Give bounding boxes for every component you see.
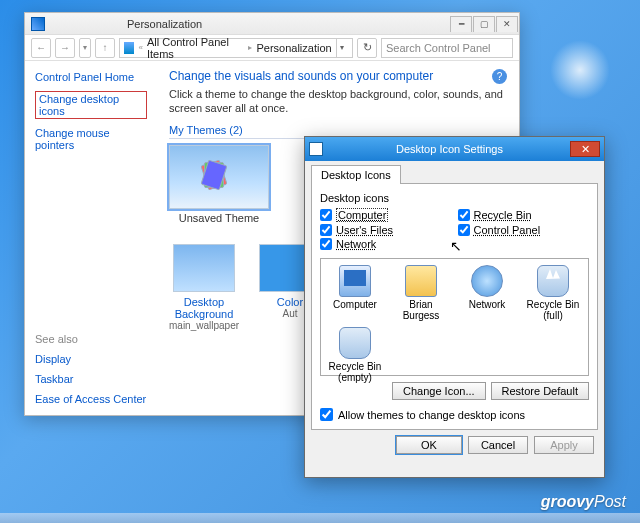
tile-desktop-background[interactable]: Desktop Background main_wallpaper [169, 244, 239, 331]
titlebar[interactable]: Personalization [25, 13, 519, 35]
user-folder-icon [405, 265, 437, 297]
sidebar-change-mouse-pointers[interactable]: Change mouse pointers [35, 127, 147, 151]
icon-item-computer[interactable]: Computer [327, 265, 383, 321]
checkbox-network[interactable]: Network [320, 238, 452, 250]
tile-label: Desktop Background [169, 296, 239, 320]
sidebar-change-desktop-icons[interactable]: Change desktop icons [35, 91, 147, 119]
sidebar-taskbar[interactable]: Taskbar [35, 373, 147, 385]
up-button[interactable]: ↑ [95, 38, 115, 58]
dialog-titlebar[interactable]: Desktop Icon Settings ✕ [305, 137, 604, 161]
forward-button[interactable]: → [55, 38, 75, 58]
tab-page: Desktop icons Computer Recycle Bin User'… [311, 183, 598, 430]
control-panel-icon [124, 42, 134, 54]
address-dropdown[interactable]: ▾ [336, 38, 348, 58]
window-title: Personalization [127, 18, 202, 30]
icon-preview-box: Computer Brian Burgess Network Recycle B… [320, 258, 589, 376]
restore-default-button[interactable]: Restore Default [491, 382, 589, 400]
cancel-button[interactable]: Cancel [468, 436, 528, 454]
checkbox-recycle-bin[interactable]: Recycle Bin [458, 208, 590, 222]
maximize-button[interactable] [473, 16, 495, 32]
page-subheading: Click a theme to change the desktop back… [169, 87, 507, 116]
checkbox-control-panel[interactable]: Control Panel [458, 224, 590, 236]
network-icon [471, 265, 503, 297]
search-input[interactable]: Search Control Panel [381, 38, 513, 58]
dialog-title: Desktop Icon Settings [329, 143, 570, 155]
dialog-close-button[interactable]: ✕ [570, 141, 600, 157]
sidebar: Control Panel Home Change desktop icons … [25, 61, 157, 415]
close-button[interactable] [496, 16, 518, 32]
theme-label: Unsaved Theme [169, 212, 269, 224]
icon-item-network[interactable]: Network [459, 265, 515, 321]
page-heading: Change the visuals and sounds on your co… [169, 69, 507, 83]
dialog-icon [309, 142, 323, 156]
sidebar-ease-of-access[interactable]: Ease of Access Center [35, 393, 147, 405]
ok-button[interactable]: OK [396, 436, 462, 454]
icon-item-recycle-bin-full[interactable]: Recycle Bin (full) [525, 265, 581, 321]
breadcrumb-sep-icon: « [138, 43, 142, 52]
recycle-bin-full-icon [537, 265, 569, 297]
sidebar-home[interactable]: Control Panel Home [35, 71, 147, 83]
breadcrumb-root[interactable]: All Control Panel Items [147, 36, 245, 60]
toolbar: ← → ▾ ↑ « All Control Panel Items ▸ Pers… [25, 35, 519, 61]
watermark: groovygroovyPostPost [541, 493, 626, 511]
back-button[interactable]: ← [31, 38, 51, 58]
computer-icon [339, 265, 371, 297]
checkbox-computer[interactable]: Computer [320, 208, 452, 222]
apply-button[interactable]: Apply [534, 436, 594, 454]
refresh-button[interactable]: ↻ [357, 38, 377, 58]
change-icon-button[interactable]: Change Icon... [392, 382, 486, 400]
address-bar[interactable]: « All Control Panel Items ▸ Personalizat… [119, 38, 353, 58]
window-icon [31, 17, 45, 31]
taskbar[interactable] [0, 513, 640, 523]
desktop-icon-settings-dialog: Desktop Icon Settings ✕ Desktop Icons De… [304, 136, 605, 478]
breadcrumb-leaf[interactable]: Personalization [256, 42, 331, 54]
history-dropdown[interactable]: ▾ [79, 38, 91, 58]
minimize-button[interactable] [450, 16, 472, 32]
theme-unsaved[interactable]: Unsaved Theme [169, 145, 269, 224]
checkbox-allow-themes[interactable]: Allow themes to change desktop icons [320, 408, 589, 421]
desktop-icons-group-label: Desktop icons [320, 192, 589, 204]
icon-item-recycle-bin-empty[interactable]: Recycle Bin (empty) [327, 327, 383, 383]
help-icon[interactable]: ? [492, 69, 507, 84]
tile-sub: main_wallpaper [169, 320, 239, 331]
chevron-right-icon: ▸ [248, 43, 252, 52]
see-also-label: See also [35, 333, 147, 345]
recycle-bin-empty-icon [339, 327, 371, 359]
sidebar-display[interactable]: Display [35, 353, 147, 365]
checkbox-users-files[interactable]: User's Files [320, 224, 452, 236]
tab-desktop-icons[interactable]: Desktop Icons [311, 165, 401, 184]
icon-item-user[interactable]: Brian Burgess [393, 265, 449, 321]
